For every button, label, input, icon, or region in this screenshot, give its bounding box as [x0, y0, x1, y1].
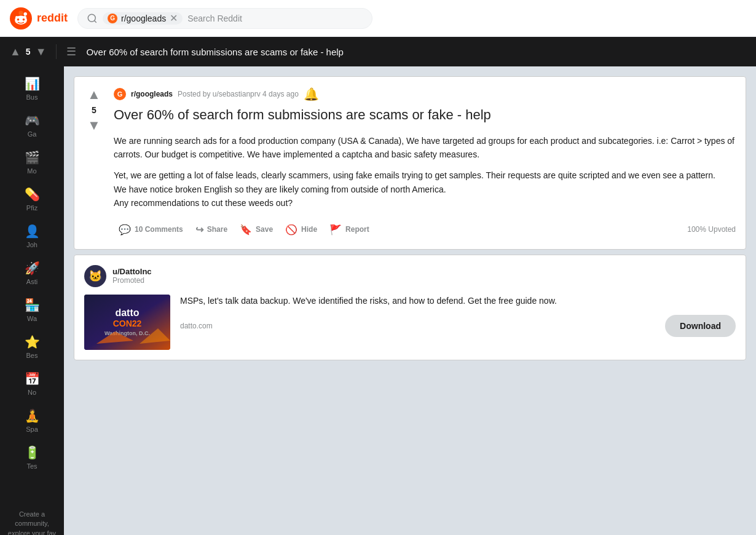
save-button[interactable]: 🔖 Save	[235, 220, 278, 239]
sidebar-item-business[interactable]: 📊 Bus	[0, 71, 64, 106]
post-bar-upvote-button[interactable]: ▲	[10, 46, 21, 58]
svg-text:datto: datto	[115, 307, 139, 318]
hide-button[interactable]: 🚫 Hide	[280, 220, 322, 239]
best-icon: ⭐	[25, 335, 40, 349]
sidebar-item-astro-label: Asti	[26, 278, 37, 285]
subreddit-name[interactable]: r/googleads	[131, 90, 173, 98]
sidebar-item-pfizer-label: Pfiz	[26, 204, 37, 212]
svg-point-3	[23, 18, 25, 21]
svg-point-6	[18, 10, 23, 15]
filter-tag-label: r/googleads	[121, 14, 166, 23]
comments-icon: 💬	[119, 224, 131, 236]
post-author-meta: Posted by u/sebastianprv 4 days ago	[178, 90, 299, 98]
sidebar-item-best[interactable]: ⭐ Bes	[0, 330, 64, 364]
filter-tag[interactable]: G r/googleads ✕	[103, 12, 183, 25]
post-bar-title: Over 60% of search form submissions are …	[86, 47, 746, 57]
save-icon: 🔖	[240, 224, 252, 236]
sidebar-item-spa-label: Spa	[26, 426, 38, 433]
post-paragraph-4-text: Any recommendations to cut these weeds o…	[114, 198, 293, 208]
sidebar-item-business-label: Bus	[26, 93, 38, 101]
pfizer-icon: 💊	[25, 187, 40, 202]
sidebar-item-movies-label: Mo	[27, 167, 36, 175]
john-icon: 👤	[25, 224, 40, 239]
filter-tag-close-button[interactable]: ✕	[170, 14, 178, 23]
sidebar-item-john-label: Joh	[26, 241, 37, 248]
post-inner: ▲ 5 ▼ G r/googleads Posted by u/sebastia…	[74, 77, 746, 249]
sidebar-item-best-label: Bes	[26, 352, 38, 359]
ad-url: datto.com	[180, 322, 213, 330]
ad-content: MSPs, let's talk data backup. We've iden…	[180, 295, 736, 350]
post-body: G r/googleads Posted by u/sebastianprv 4…	[114, 87, 736, 239]
header: reddit G r/googleads ✕ Search Reddit	[0, 0, 756, 37]
report-icon: 🚩	[329, 224, 342, 236]
share-icon: ↪	[195, 224, 203, 236]
sidebar-item-gaming-label: Ga	[28, 130, 37, 138]
tes-icon: 🔋	[25, 445, 40, 460]
logo-link[interactable]: reddit	[10, 7, 68, 30]
search-input-placeholder[interactable]: Search Reddit	[187, 14, 242, 23]
post-paragraph-2-text: Yet, we are getting a lot of false leads…	[114, 170, 715, 180]
wal-icon: 🏪	[25, 298, 40, 312]
ad-header: 🐱 u/DattoInc Promoted	[84, 265, 736, 287]
sidebar-item-gaming[interactable]: 🎮 Ga	[0, 108, 64, 143]
post-bar-icon: ☰	[66, 45, 76, 58]
sidebar-item-astro[interactable]: 🚀 Asti	[0, 256, 64, 290]
filter-tag-avatar: G	[108, 14, 117, 23]
sidebar-item-movies[interactable]: 🎬 Mo	[0, 145, 64, 180]
post-bar-vote-count: 5	[26, 47, 31, 57]
sidebar-item-tes-label: Tes	[26, 462, 37, 470]
notification-bell-button[interactable]: 🔔	[304, 87, 319, 101]
post-content: We are running search ads for a food pro…	[114, 134, 736, 210]
post-paragraph-1: We are running search ads for a food pro…	[114, 134, 736, 162]
comments-label: 10 Comments	[135, 225, 183, 234]
sidebar-item-now[interactable]: 📅 No	[0, 367, 64, 401]
sidebar-item-spa[interactable]: 🧘 Spa	[0, 403, 64, 438]
sidebar-item-wal[interactable]: 🏪 Wa	[0, 293, 64, 327]
sidebar-item-now-label: No	[28, 389, 36, 396]
download-button[interactable]: Download	[665, 315, 736, 337]
ad-username[interactable]: u/DattoInc	[112, 267, 152, 276]
ad-body: datto CON22 Washington, D.C. MSPs, let's…	[84, 295, 736, 350]
sidebar-item-wal-label: Wa	[27, 315, 37, 322]
share-label: Share	[207, 225, 227, 234]
search-icon	[87, 13, 98, 24]
business-icon: 📊	[25, 76, 40, 91]
svg-point-9	[88, 14, 95, 22]
svg-point-7	[15, 15, 18, 18]
gaming-icon: 🎮	[25, 113, 40, 128]
post-bar-vote-section: ▲ 5 ▼	[10, 46, 46, 58]
report-button[interactable]: 🚩 Report	[325, 220, 374, 239]
post-actions: 💬 10 Comments ↪ Share 🔖 Save 🚫	[114, 220, 736, 239]
search-bar[interactable]: G r/googleads ✕ Search Reddit	[77, 8, 372, 29]
reddit-logo-icon	[10, 7, 32, 30]
movies-icon: 🎬	[25, 150, 40, 165]
svg-point-8	[24, 15, 27, 18]
sidebar: 📊 Bus 🎮 Ga 🎬 Mo 💊 Pfiz 👤 Joh 🚀 Asti 🏪 Wa	[0, 66, 64, 535]
svg-point-2	[17, 18, 20, 21]
sidebar-item-pfizer[interactable]: 💊 Pfiz	[0, 182, 64, 216]
ad-card: 🐱 u/DattoInc Promoted	[74, 255, 746, 360]
post-bar: ▲ 5 ▼ ☰ Over 60% of search form submissi…	[0, 37, 756, 66]
vote-column: ▲ 5 ▼	[84, 87, 104, 239]
ad-user-info: u/DattoInc Promoted	[112, 267, 152, 285]
upvote-button[interactable]: ▲	[86, 87, 102, 103]
subreddit-avatar: G	[114, 88, 126, 100]
downvote-button[interactable]: ▼	[86, 117, 102, 133]
logo-text: reddit	[37, 12, 68, 25]
sidebar-item-john[interactable]: 👤 Joh	[0, 219, 64, 253]
astro-icon: 🚀	[25, 261, 40, 275]
upvote-percentage: 100% Upvoted	[687, 225, 736, 234]
sidebar-item-tes[interactable]: 🔋 Tes	[0, 440, 64, 475]
post-card: ▲ 5 ▼ G r/googleads Posted by u/sebastia…	[74, 76, 746, 250]
ad-image-svg: datto CON22 Washington, D.C.	[84, 295, 170, 350]
spa-icon: 🧘	[25, 408, 40, 423]
ad-footer: datto.com Download	[180, 315, 736, 337]
post-paragraph-2: Yet, we are getting a lot of false leads…	[114, 168, 736, 210]
post-bar-divider	[56, 44, 57, 59]
post-bar-downvote-button[interactable]: ▼	[36, 46, 47, 58]
svg-text:CON22: CON22	[113, 319, 142, 328]
save-label: Save	[256, 225, 273, 234]
svg-point-4	[24, 12, 27, 15]
share-button[interactable]: ↪ Share	[191, 220, 232, 239]
comments-button[interactable]: 💬 10 Comments	[114, 220, 188, 239]
